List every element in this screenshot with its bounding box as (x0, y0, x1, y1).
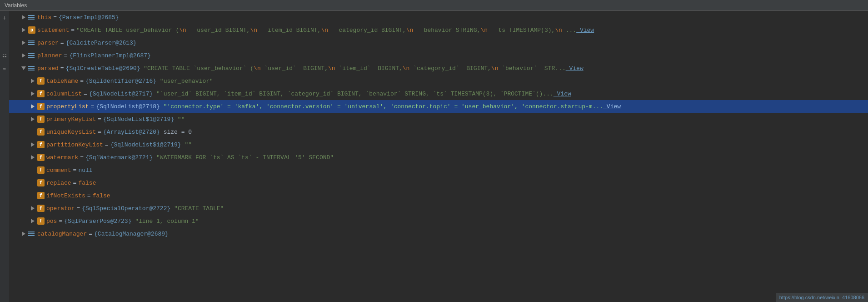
var-value-str: "user_behavior" (160, 78, 213, 85)
var-name: primaryKeyList (46, 116, 96, 123)
field-icon: f (37, 116, 45, 123)
field-icon: f (37, 141, 45, 148)
var-value-str: "line 1, column 1" (135, 218, 199, 225)
field-icon: f (37, 179, 45, 186)
toggle-parser[interactable] (20, 39, 27, 46)
toggle-tablename[interactable] (29, 77, 36, 85)
var-value-ref: {SqlNodeList@2718} (96, 103, 163, 110)
list-item[interactable]: p statement = "CREATE TABLE user_behavio… (9, 24, 868, 36)
var-value-ref: {SqlSpecialOperator@2722} (82, 205, 174, 212)
var-value-ref: {SqlNodeList$1@2719} (103, 116, 178, 123)
list-item[interactable]: parsed = {SqlCreateTable@2690} "CREATE T… (9, 62, 868, 75)
toggle-statement[interactable] (20, 26, 27, 34)
var-value: {FlinkPlannerImpl@2687} (69, 52, 150, 59)
view-link[interactable]: View (603, 103, 621, 110)
field-icon: p (28, 26, 35, 34)
lines-icon (28, 230, 35, 237)
no-toggle (29, 179, 36, 186)
var-name: comment (46, 167, 71, 174)
list-item[interactable]: f uniqueKeysList = {ArrayList@2720} size… (9, 126, 868, 138)
var-value-str: "'connector.type' = 'kafka', 'connector.… (164, 103, 603, 110)
var-value-ref: {SqlNodeList@2717} (89, 91, 156, 97)
list-item[interactable]: f operator = {SqlSpecialOperator@2722} "… (9, 202, 868, 215)
var-value-ref: {ArrayList@2720} (103, 129, 164, 136)
toggle-parsed[interactable] (20, 65, 27, 72)
view-link[interactable]: View (554, 91, 571, 97)
var-name: statement (37, 27, 69, 34)
var-value: "CREATE TABLE user_behavior (\n user_id … (76, 27, 576, 34)
var-value: null (78, 167, 92, 174)
var-name: pos (46, 218, 57, 225)
var-value-str: size = 0 (164, 129, 192, 136)
var-name: ifNotExists (46, 192, 85, 199)
var-name: tableName (46, 78, 78, 85)
toggle-pos[interactable] (29, 217, 36, 225)
list-item[interactable]: f primaryKeyList = {SqlNodeList$1@2719} … (9, 113, 868, 126)
gutter-oo[interactable]: ∞ (0, 63, 9, 76)
view-link[interactable]: View (566, 65, 584, 72)
field-icon: f (37, 154, 45, 161)
var-value-ref: {SqlNodeList$1@2719} (110, 141, 185, 148)
list-item[interactable]: f watermark = {SqlWatermark@2721} "WATER… (9, 151, 868, 164)
toggle-primarykeylist[interactable] (29, 116, 36, 123)
toggle-partitionkeylist[interactable] (29, 141, 36, 148)
lines-icon (28, 52, 35, 59)
var-value-str: "CREATE TABLE" (174, 205, 224, 212)
lines-icon (28, 14, 35, 21)
list-item[interactable]: this = {ParserImpl@2685} (9, 11, 868, 24)
no-toggle (29, 192, 36, 199)
toggle-columnlist[interactable] (29, 90, 36, 97)
variables-list: this = {ParserImpl@2685} p statement = "… (9, 11, 868, 240)
gutter-add[interactable]: + (0, 12, 9, 25)
toggle-catalogmanager[interactable] (20, 230, 27, 237)
field-icon: f (37, 128, 45, 136)
field-icon: f (37, 90, 45, 97)
list-item[interactable]: f replace = false (9, 176, 868, 189)
gutter-page[interactable]: ☷ (0, 50, 9, 63)
var-name: parser (37, 40, 59, 46)
view-link[interactable]: View (576, 27, 594, 34)
var-name: parsed (37, 65, 59, 72)
var-value-str: "CREATE TABLE `user_behavior` (\n `user_… (144, 65, 565, 72)
var-name: watermark (46, 154, 78, 161)
var-value: false (93, 192, 110, 199)
panel: Variables + ☷ ∞ this = {ParserImpl@2685} (0, 0, 868, 302)
list-item[interactable]: parser = {CalciteParser@2613} (9, 36, 868, 49)
list-item[interactable]: f ifNotExists = false (9, 189, 868, 202)
panel-header: Variables (0, 0, 868, 11)
list-item[interactable]: f columnList = {SqlNodeList@2717} "`user… (9, 87, 868, 100)
toggle-watermark[interactable] (29, 154, 36, 161)
no-toggle (29, 128, 36, 136)
status-bar: https://blog.csdn.net/weixin_41608066 (776, 293, 868, 302)
field-icon: f (37, 192, 45, 199)
toggle-planner[interactable] (20, 52, 27, 59)
var-value: {CatalogManager@2689} (94, 231, 169, 237)
var-name: planner (37, 52, 62, 59)
var-value-ref: {SqlWatermark@2721} (85, 154, 156, 161)
field-icon: f (37, 77, 45, 85)
lines-icon (28, 65, 35, 72)
var-value-str: "WATERMARK FOR `ts` AS `ts` - INTERVAL '… (156, 154, 334, 161)
status-url: https://blog.csdn.net/weixin_41608066 (779, 295, 864, 300)
field-icon: f (37, 205, 45, 212)
list-item[interactable]: f tableName = {SqlIdentifier@2716} "user… (9, 75, 868, 87)
field-icon: f (37, 103, 45, 110)
list-item[interactable]: f propertyList = {SqlNodeList@2718} "'co… (9, 100, 868, 113)
list-item[interactable]: f comment = null (9, 164, 868, 176)
var-value-ref: {SqlIdentifier@2716} (85, 78, 160, 85)
var-name: uniqueKeysList (46, 129, 96, 136)
no-toggle (29, 166, 36, 174)
toggle-this[interactable] (20, 14, 27, 21)
var-name: catalogManager (37, 231, 87, 237)
var-value-str: "" (178, 116, 185, 123)
var-name: this (37, 14, 51, 21)
var-value: {ParserImpl@2685} (59, 14, 119, 21)
list-item[interactable]: f pos = {SqlParserPos@2723} "line 1, col… (9, 215, 868, 227)
toggle-propertylist[interactable] (29, 103, 36, 110)
list-item[interactable]: planner = {FlinkPlannerImpl@2687} (9, 49, 868, 62)
list-item[interactable]: catalogManager = {CatalogManager@2689} (9, 227, 868, 240)
list-item[interactable]: f partitionKeyList = {SqlNodeList$1@2719… (9, 138, 868, 151)
var-name: partitionKeyList (46, 141, 103, 148)
toggle-operator[interactable] (29, 205, 36, 212)
panel-title: Variables (5, 2, 27, 9)
